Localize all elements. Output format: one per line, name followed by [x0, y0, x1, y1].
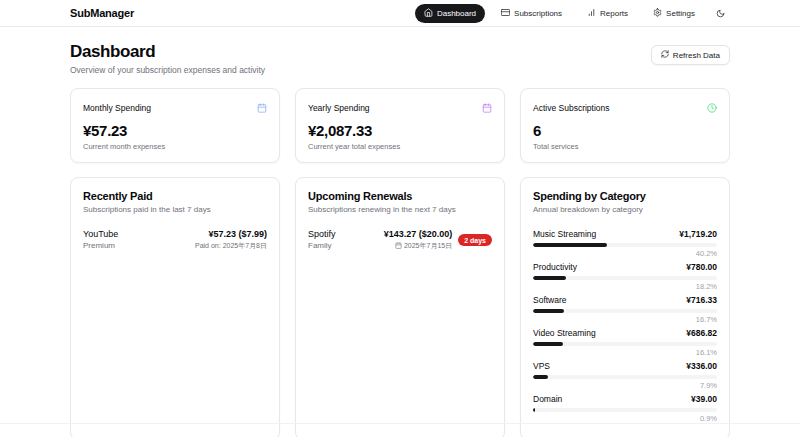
stat-card-yearly-spending: Yearly Spending ¥2,087.33 Current year t… — [295, 88, 505, 163]
calendar-icon — [395, 242, 402, 250]
stat-label: Active Subscriptions — [533, 103, 610, 113]
upcoming-renewal-list-item: Spotify Family ¥143.27 ($20.00) 2025年7月1… — [308, 229, 492, 251]
spending-by-category-card: Spending by Category Annual breakdown by… — [520, 177, 730, 437]
category-percent: 16.1% — [533, 348, 717, 357]
nav-item-reports[interactable]: Reports — [578, 4, 637, 23]
category-item: Music Streaming ¥1,719.20 40.2% — [533, 229, 717, 258]
category-item: Video Streaming ¥686.82 16.1% — [533, 328, 717, 357]
category-progress-fill — [533, 375, 548, 379]
category-item: Domain ¥39.00 0.9% — [533, 394, 717, 423]
refresh-button-label: Refresh Data — [673, 51, 720, 60]
category-progress-track — [533, 309, 717, 313]
page-subtitle: Overview of your subscription expenses a… — [70, 65, 265, 75]
card-subtitle: Subscriptions paid in the last 7 days — [83, 205, 267, 214]
cards-row: Recently Paid Subscriptions paid in the … — [70, 177, 730, 437]
refresh-data-button[interactable]: Refresh Data — [651, 45, 730, 65]
category-percent: 16.7% — [533, 315, 717, 324]
upcoming-renewals-card: Upcoming Renewals Subscriptions renewing… — [295, 177, 505, 437]
card-subtitle: Annual breakdown by category — [533, 205, 717, 214]
subscription-plan: Premium — [83, 241, 118, 250]
calendar-icon — [257, 99, 267, 117]
category-item: VPS ¥336.00 7.9% — [533, 361, 717, 390]
calendar-icon — [482, 99, 492, 117]
category-percent: 18.2% — [533, 282, 717, 291]
category-percent: 0.9% — [533, 414, 717, 423]
category-name: Video Streaming — [533, 328, 596, 338]
category-progress-track — [533, 243, 717, 247]
category-progress-fill — [533, 243, 607, 247]
category-item: Software ¥716.33 16.7% — [533, 295, 717, 324]
stats-row: Monthly Spending ¥57.23 Current month ex… — [70, 88, 730, 163]
category-name: VPS — [533, 361, 550, 371]
renewal-amount: ¥143.27 ($20.00) — [384, 229, 453, 239]
main-nav: Dashboard Subscriptions Reports Settings — [415, 2, 730, 25]
renewal-date: 2025年7月15日 — [384, 241, 453, 251]
category-progress-fill — [533, 408, 535, 412]
footer-divider — [0, 423, 800, 424]
category-name: Productivity — [533, 262, 577, 272]
stat-value: ¥2,087.33 — [308, 122, 492, 139]
nav-item-dashboard[interactable]: Dashboard — [415, 4, 485, 23]
category-amount: ¥716.33 — [686, 295, 717, 305]
category-amount: ¥336.00 — [686, 361, 717, 371]
renewal-date-text: 2025年7月15日 — [404, 241, 452, 251]
nav-item-label: Dashboard — [437, 9, 476, 18]
category-name: Domain — [533, 394, 562, 404]
category-amount: ¥686.82 — [686, 328, 717, 338]
moon-icon — [716, 6, 725, 21]
category-amount: ¥39.00 — [691, 394, 717, 404]
refresh-icon — [661, 50, 669, 60]
card-title: Recently Paid — [83, 190, 267, 202]
category-progress-fill — [533, 309, 564, 313]
category-progress-fill — [533, 276, 566, 280]
stat-label: Yearly Spending — [308, 103, 370, 113]
stat-value: ¥57.23 — [83, 122, 267, 139]
card-title: Upcoming Renewals — [308, 190, 492, 202]
bar-chart-icon — [587, 8, 596, 19]
recently-paid-card: Recently Paid Subscriptions paid in the … — [70, 177, 280, 437]
theme-toggle-button[interactable] — [711, 2, 730, 25]
page-title: Dashboard — [70, 42, 265, 62]
nav-item-settings[interactable]: Settings — [644, 4, 704, 23]
app-logo[interactable]: SubManager — [70, 7, 134, 19]
subscription-name: Spotify — [308, 229, 336, 239]
stat-label: Monthly Spending — [83, 103, 151, 113]
category-item: Productivity ¥780.00 18.2% — [533, 262, 717, 291]
page-header: Dashboard Overview of your subscription … — [70, 42, 730, 75]
category-progress-track — [533, 342, 717, 346]
stat-description: Total services — [533, 142, 717, 151]
subscription-name: YouTube — [83, 229, 118, 239]
gear-icon — [653, 8, 662, 19]
nav-item-label: Settings — [666, 9, 695, 18]
category-name: Software — [533, 295, 567, 305]
category-amount: ¥780.00 — [686, 262, 717, 272]
subscription-plan: Family — [308, 241, 336, 250]
nav-item-subscriptions[interactable]: Subscriptions — [492, 4, 571, 23]
category-progress-track — [533, 375, 717, 379]
card-title: Spending by Category — [533, 190, 717, 202]
paid-date: Paid on: 2025年7月8日 — [195, 241, 267, 251]
stat-card-active-subscriptions: Active Subscriptions 6 Total services — [520, 88, 730, 163]
paid-amount: ¥57.23 ($7.99) — [195, 229, 267, 239]
recently-paid-list-item: YouTube Premium ¥57.23 ($7.99) Paid on: … — [83, 229, 267, 251]
category-amount: ¥1,719.20 — [679, 229, 717, 239]
category-progress-fill — [533, 342, 563, 346]
stat-value: 6 — [533, 122, 717, 139]
nav-item-label: Reports — [600, 9, 628, 18]
credit-card-icon — [501, 8, 510, 19]
clock-icon — [707, 99, 717, 117]
home-icon — [424, 8, 433, 19]
category-progress-track — [533, 276, 717, 280]
category-name: Music Streaming — [533, 229, 596, 239]
stat-card-monthly-spending: Monthly Spending ¥57.23 Current month ex… — [70, 88, 280, 163]
stat-description: Current year total expenses — [308, 142, 492, 151]
top-navbar: SubManager Dashboard Subscriptions Repor… — [0, 0, 800, 27]
category-percent: 7.9% — [533, 381, 717, 390]
stat-description: Current month expenses — [83, 142, 267, 151]
days-remaining-badge: 2 days — [458, 234, 492, 246]
category-progress-track — [533, 408, 717, 412]
card-subtitle: Subscriptions renewing in the next 7 day… — [308, 205, 492, 214]
category-percent: 40.2% — [533, 249, 717, 258]
nav-item-label: Subscriptions — [514, 9, 562, 18]
